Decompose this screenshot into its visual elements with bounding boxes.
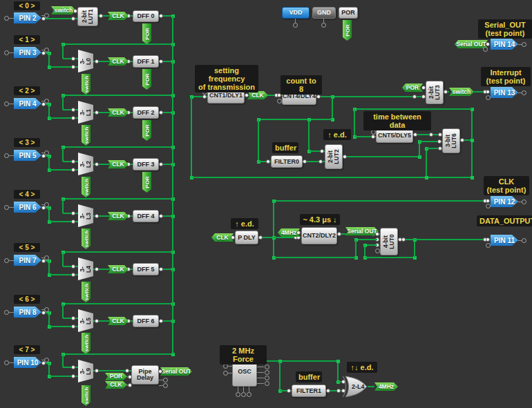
terminal-open[interactable] — [223, 364, 228, 369]
wire-segment[interactable] — [48, 208, 50, 222]
clk-tag[interactable]: CLK — [108, 317, 129, 325]
wire-segment[interactable] — [62, 199, 64, 213]
pin-block-pin-6[interactable]: PIN 6 — [14, 202, 41, 213]
serial-out-tag[interactable]: Serial OUT — [455, 40, 488, 48]
clk-tag[interactable]: CLK — [108, 212, 129, 220]
mux-3-l9[interactable]: 3-L9 — [78, 360, 93, 382]
switch-tag[interactable]: switch — [449, 88, 474, 96]
row-index-label[interactable]: < 0 > — [14, 1, 40, 10]
wire-segment[interactable] — [63, 266, 78, 267]
wire-segment[interactable] — [63, 161, 78, 162]
wire-segment[interactable] — [48, 261, 50, 275]
dff-block-2[interactable]: DFF 2 — [133, 106, 159, 119]
terminal-open[interactable] — [522, 238, 526, 243]
wire-segment[interactable] — [48, 104, 50, 118]
wire-segment[interactable] — [354, 108, 472, 110]
wire-segment[interactable] — [48, 53, 50, 67]
row-index-label[interactable]: < 6 > — [14, 295, 40, 304]
terminal-open[interactable] — [486, 243, 491, 248]
wire-segment[interactable] — [63, 146, 173, 148]
terminal-open[interactable] — [236, 392, 240, 397]
mux-3-l2[interactable]: 3-L2 — [78, 153, 93, 175]
switch-tag[interactable]: switch — [82, 229, 91, 249]
por-tag[interactable]: POR — [105, 373, 127, 380]
annotation-ed_up2[interactable]: ↑ e.d. — [323, 129, 351, 140]
wire-segment[interactable] — [419, 142, 420, 157]
wire-segment[interactable] — [62, 304, 64, 318]
dff-block-0[interactable]: DFF 0 — [133, 10, 159, 22]
por-tag[interactable]: POR — [343, 20, 352, 41]
lut-2bit-lut3[interactable]: 2-bit LUT3 — [426, 81, 444, 104]
clk-tag[interactable]: CLK — [105, 381, 127, 389]
annotation-tbd[interactable]: time between data — [363, 111, 431, 130]
terminal-open[interactable] — [241, 392, 246, 397]
pin-block-pin-8[interactable]: PIN 8 — [14, 307, 41, 318]
pin12-net-wire[interactable] — [274, 200, 488, 202]
pin-block-pin-13[interactable]: PIN 13 — [491, 87, 518, 98]
mux-3-l0[interactable]: 3-L0 — [78, 50, 93, 72]
terminal-open[interactable] — [375, 249, 380, 253]
pin-block-pin-12[interactable]: PIN 12 — [491, 196, 518, 207]
dff-block-3[interactable]: DFF 3 — [133, 158, 159, 171]
annotation-serialout_tp[interactable]: Serial_OUT (test point) — [478, 19, 532, 39]
terminal-open[interactable] — [321, 23, 326, 28]
row-index-label[interactable]: < 2 > — [14, 86, 40, 95]
terminal-open[interactable] — [223, 371, 228, 376]
wire-segment[interactable] — [62, 354, 64, 367]
dff-block-4[interactable]: DFF 4 — [133, 210, 159, 222]
wire-segment[interactable] — [274, 257, 356, 258]
annotation-freq[interactable]: setting frequency of transmission — [195, 65, 258, 93]
wire-segment[interactable] — [332, 97, 333, 119]
wire-segment[interactable] — [273, 201, 274, 258]
pin-block-pin-3[interactable]: PIN 3 — [14, 47, 41, 58]
terminal-open[interactable] — [293, 23, 298, 28]
annotation-us43[interactable]: ~ 4.3 μs ↓ — [300, 214, 340, 225]
terminal-open[interactable] — [522, 42, 526, 47]
annotation-ed_updown[interactable]: ↑↓ e.d. — [347, 362, 377, 373]
dff-block-5[interactable]: DFF 5 — [133, 263, 159, 275]
filter0-block[interactable]: FILTER0 — [271, 155, 303, 168]
clk-tag[interactable]: CLK — [108, 12, 129, 20]
clk-tag[interactable]: CLK — [108, 265, 129, 273]
por-tag[interactable]: POR — [142, 172, 151, 193]
terminal-open[interactable] — [486, 204, 491, 208]
annotation-count8[interactable]: count to 8 — [281, 75, 322, 95]
row-index-label[interactable]: < 5 > — [14, 243, 40, 252]
row-index-label[interactable]: < 7 > — [14, 345, 40, 354]
annotation-clk_tp[interactable]: CLK (test point) — [484, 176, 529, 195]
switch-tag[interactable]: switch — [51, 6, 76, 14]
wire-segment[interactable] — [356, 239, 377, 240]
mux-3-l3[interactable]: 3-L3 — [78, 204, 93, 227]
wire-segment[interactable] — [63, 303, 173, 304]
wire-segment[interactable] — [355, 240, 357, 258]
switch-tag[interactable]: switch — [82, 125, 91, 146]
feedback-loop-wire[interactable] — [191, 177, 472, 178]
pin-block-pin-5[interactable]: PIN 5 — [14, 150, 41, 161]
wire-segment[interactable] — [62, 147, 64, 162]
annotation-mhzforce[interactable]: 2 MHz Force — [220, 345, 267, 365]
terminal-open[interactable] — [265, 365, 269, 369]
p-dly-block[interactable]: P DLY — [235, 231, 258, 244]
switch-tag[interactable]: switch — [82, 74, 91, 95]
clk-tag[interactable]: CLK — [108, 160, 129, 168]
dff-block-6[interactable]: DFF 6 — [133, 315, 159, 327]
wire-segment[interactable] — [63, 95, 173, 96]
switch-tag[interactable]: switch — [82, 282, 91, 302]
feedback-bus-wire[interactable] — [172, 16, 173, 354]
wire-segment[interactable] — [426, 148, 427, 177]
cnt2-dly2-block[interactable]: CNT2/DLY2 — [301, 227, 337, 244]
switch-tag[interactable]: switch — [82, 333, 91, 353]
terminal-open[interactable] — [163, 378, 168, 382]
wire-segment[interactable] — [48, 313, 50, 327]
por-tag[interactable]: POR — [142, 69, 151, 90]
pin-block-pin-7[interactable]: PIN 7 — [14, 255, 41, 266]
vdd-block[interactable]: VDD — [282, 7, 310, 19]
switch-tag[interactable]: switch — [82, 385, 91, 406]
serial-out-tag[interactable]: Serial OUT — [160, 367, 192, 376]
wire-segment[interactable] — [63, 353, 173, 355]
pin-block-pin-4[interactable]: PIN 4 — [14, 98, 41, 109]
terminal-open[interactable] — [483, 47, 488, 52]
filter1-block[interactable]: FILTER1 — [292, 385, 326, 397]
terminal-open[interactable] — [371, 130, 376, 135]
annotation-ed_up1[interactable]: ↑ e.d. — [231, 218, 258, 229]
